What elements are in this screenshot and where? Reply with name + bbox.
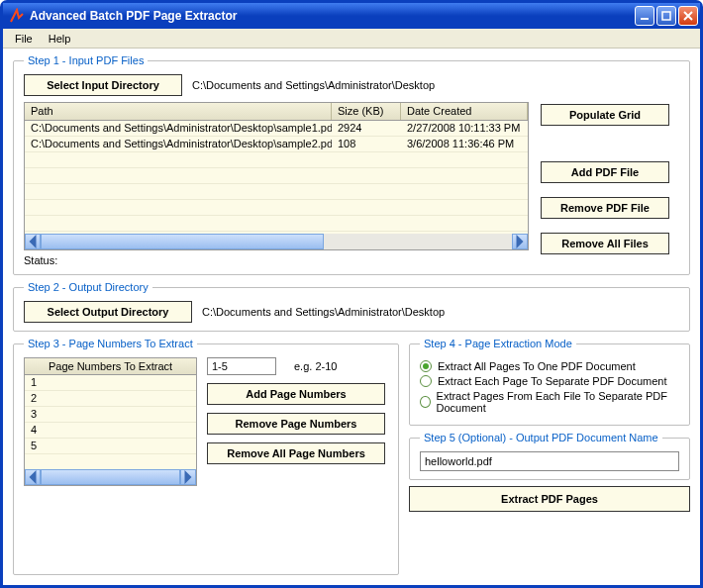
close-button[interactable] [678,6,698,26]
files-grid[interactable]: Path Size (KB) Date Created C:\Documents… [24,102,529,250]
remove-page-numbers-button[interactable]: Remove Page Numbers [207,413,385,435]
select-input-directory-button[interactable]: Select Input Directory [24,74,182,96]
step4-group: Step 4 - Page Extraction Mode Extract Al… [409,338,690,426]
list-body: 1 2 3 4 5 [25,375,196,469]
output-filename-input[interactable] [420,451,679,471]
table-row[interactable]: C:\Documents and Settings\Administrator\… [25,121,528,137]
spacer [541,140,679,147]
step3-legend: Step 3 - Page Numbers To Extract [24,338,197,349]
table-row [25,184,528,200]
output-directory-path: C:\Documents and Settings\Administrator\… [202,306,445,318]
list-item[interactable]: 2 [25,391,196,407]
step2-legend: Step 2 - Output Directory [24,281,152,293]
scroll-thumb[interactable] [41,234,324,249]
status-label: Status: [24,254,57,266]
select-output-directory-button[interactable]: Select Output Directory [24,301,192,323]
add-pdf-button[interactable]: Add PDF File [541,161,669,183]
status-row: Status: [24,254,529,266]
radio-option-2[interactable]: Extract Pages From Each File To Separate… [420,390,679,414]
remove-pdf-button[interactable]: Remove PDF File [541,197,669,219]
cell-path: C:\Documents and Settings\Administrator\… [25,137,332,151]
scroll-left-icon[interactable] [25,234,41,249]
list-item[interactable]: 3 [25,407,196,423]
radio-option-0[interactable]: Extract All Pages To One PDF Document [420,360,679,372]
cell-size: 2924 [332,121,401,136]
table-row [25,216,528,232]
radio-label: Extract Pages From Each File To Separate… [437,390,679,414]
app-icon [9,8,25,24]
radio-icon [420,375,432,387]
cell-path: C:\Documents and Settings\Administrator\… [25,121,332,136]
col-path[interactable]: Path [25,103,332,120]
step5-group: Step 5 (Optional) - Output PDF Document … [409,432,690,480]
list-hscrollbar[interactable] [25,469,196,485]
table-row[interactable]: C:\Documents and Settings\Administrator\… [25,137,528,152]
step1-legend: Step 1 - Input PDF Files [24,54,148,66]
col-date[interactable]: Date Created [401,103,528,120]
window-buttons [635,6,698,26]
grid-header: Path Size (KB) Date Created [25,103,528,121]
extract-pdf-pages-button[interactable]: Extract PDF Pages [409,486,690,512]
menubar: File Help [3,29,700,49]
remove-all-page-numbers-button[interactable]: Remove All Page Numbers [207,442,385,464]
step2-group: Step 2 - Output Directory Select Output … [13,281,690,332]
page-range-hint: e.g. 2-10 [294,360,337,372]
cell-date: 2/27/2008 10:11:33 PM [401,121,528,136]
list-item[interactable]: 4 [25,423,196,439]
step4-legend: Step 4 - Page Extraction Mode [420,338,576,349]
page-numbers-list[interactable]: Page Numbers To Extract 1 2 3 4 5 [24,357,197,486]
svg-rect-1 [662,12,670,20]
table-row [25,168,528,184]
radio-icon [420,360,432,372]
radio-icon [420,396,431,408]
list-header: Page Numbers To Extract [25,358,196,375]
content: Step 1 - Input PDF Files Select Input Di… [3,49,700,585]
page-range-input[interactable] [207,357,276,375]
titlebar: Advanced Batch PDF Page Extractor [3,3,700,29]
cell-date: 3/6/2008 11:36:46 PM [401,137,528,151]
step1-group: Step 1 - Input PDF Files Select Input Di… [13,54,690,275]
grid-body: C:\Documents and Settings\Administrator\… [25,121,528,234]
scroll-track[interactable] [41,234,512,249]
remove-all-button[interactable]: Remove All Files [541,233,669,254]
list-item[interactable]: 5 [25,439,196,454]
col-size[interactable]: Size (KB) [332,103,401,120]
minimize-button[interactable] [635,6,654,26]
radio-label: Extract Each Page To Separate PDF Docume… [438,375,667,387]
scroll-left-icon[interactable] [25,469,41,485]
app-window: Advanced Batch PDF Page Extractor File H… [0,0,703,588]
list-item[interactable]: 1 [25,375,196,391]
menu-file[interactable]: File [7,31,41,47]
input-directory-path: C:\Documents and Settings\Administrator\… [192,79,435,91]
step5-legend: Step 5 (Optional) - Output PDF Document … [420,432,662,443]
populate-grid-button[interactable]: Populate Grid [541,104,669,126]
grid-hscrollbar[interactable] [25,234,528,249]
radio-label: Extract All Pages To One PDF Document [438,360,636,372]
step3-group: Step 3 - Page Numbers To Extract Page Nu… [13,338,399,575]
table-row [25,200,528,216]
table-row [25,152,528,168]
scroll-right-icon[interactable] [180,469,196,485]
add-page-numbers-button[interactable]: Add Page Numbers [207,383,385,405]
radio-option-1[interactable]: Extract Each Page To Separate PDF Docume… [420,375,679,387]
scroll-track[interactable] [41,469,180,485]
window-title: Advanced Batch PDF Page Extractor [30,9,635,23]
cell-size: 108 [332,137,401,151]
maximize-button[interactable] [656,6,676,26]
scroll-right-icon[interactable] [512,234,528,249]
menu-help[interactable]: Help [41,31,79,47]
